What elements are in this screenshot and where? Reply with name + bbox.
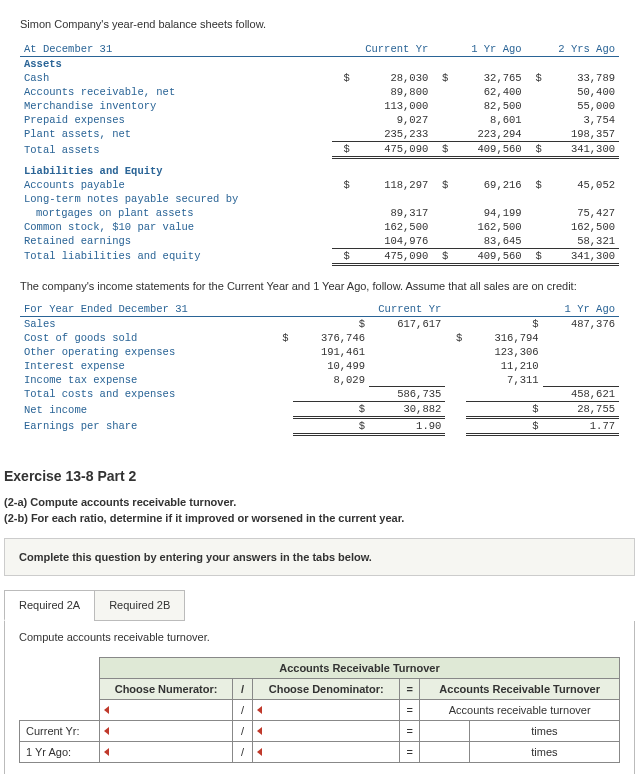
- bs-col-current: Current Yr: [332, 42, 432, 57]
- assets-title: Assets: [20, 57, 619, 72]
- balance-sheet-table: At December 31 Current Yr 1 Yr Ago 2 Yrs…: [20, 42, 619, 266]
- prior-result-input[interactable]: [420, 742, 470, 763]
- denominator-label-dropdown[interactable]: [253, 700, 400, 721]
- is-header: For Year Ended December 31: [20, 302, 272, 317]
- numerator-label-dropdown[interactable]: [100, 700, 233, 721]
- intro-text: Simon Company's year-end balance sheets …: [20, 18, 619, 30]
- result-header: Accounts Receivable Turnover: [420, 679, 620, 700]
- row-1yr-ago: 1 Yr Ago:: [20, 742, 100, 763]
- liab-title: Liabilities and Equity: [20, 164, 619, 178]
- tab-required-2a[interactable]: Required 2A: [4, 590, 95, 621]
- prior-denominator-input[interactable]: [253, 742, 400, 763]
- current-numerator-input[interactable]: [100, 721, 233, 742]
- current-result-input[interactable]: [420, 721, 470, 742]
- income-note: The company's income statements for the …: [20, 280, 619, 292]
- answer-title: Accounts Receivable Turnover: [100, 658, 620, 679]
- instruction-2a: (2-a) Compute accounts receivable turnov…: [4, 496, 639, 508]
- current-denominator-input[interactable]: [253, 721, 400, 742]
- is-col-1yr: 1 Yr Ago: [445, 302, 619, 317]
- result-sublabel: Accounts receivable turnover: [420, 700, 620, 721]
- prior-unit: times: [469, 742, 619, 763]
- denominator-header: Choose Denominator:: [253, 679, 400, 700]
- bs-date-header: At December 31: [20, 42, 332, 57]
- is-col-current: Current Yr: [272, 302, 446, 317]
- numerator-header: Choose Numerator:: [100, 679, 233, 700]
- current-unit: times: [469, 721, 619, 742]
- complete-panel: Complete this question by entering your …: [4, 538, 635, 576]
- answer-table: Accounts Receivable Turnover Choose Nume…: [19, 657, 620, 763]
- instruction-2b: (2-b) For each ratio, determine if it im…: [4, 512, 639, 524]
- bs-col-1yr: 1 Yr Ago: [432, 42, 525, 57]
- answer-panel: Compute accounts receivable turnover. Ac…: [4, 621, 635, 774]
- tab-bar: Required 2A Required 2B: [4, 590, 635, 621]
- sub-instruction: Compute accounts receivable turnover.: [19, 631, 620, 643]
- exercise-title: Exercise 13-8 Part 2: [4, 468, 639, 484]
- prior-numerator-input[interactable]: [100, 742, 233, 763]
- tab-required-2b[interactable]: Required 2B: [94, 590, 185, 621]
- income-statement-table: For Year Ended December 31 Current Yr 1 …: [20, 302, 619, 437]
- row-current-yr: Current Yr:: [20, 721, 100, 742]
- bs-col-2yr: 2 Yrs Ago: [526, 42, 619, 57]
